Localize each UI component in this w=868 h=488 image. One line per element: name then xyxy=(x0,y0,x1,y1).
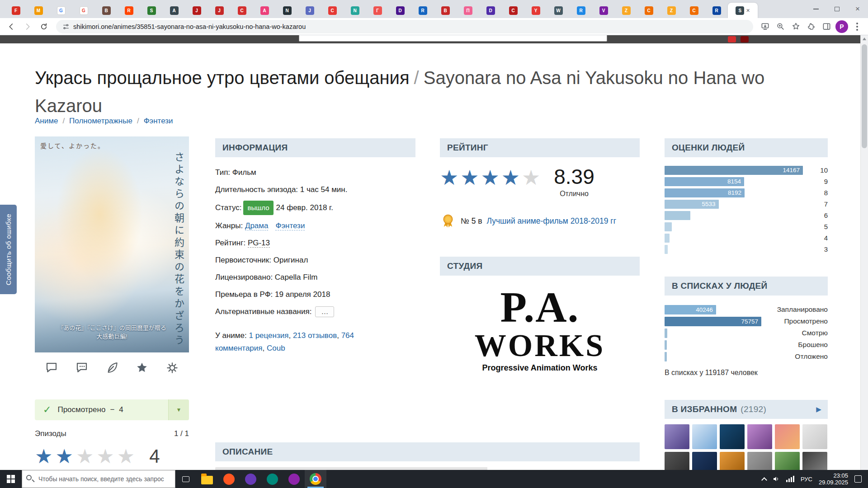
taskbar-app-teal[interactable] xyxy=(261,470,283,488)
rating-star-icon[interactable]: ★ xyxy=(522,165,542,190)
user-star-icon[interactable]: ★ xyxy=(76,445,96,468)
browser-tab[interactable]: A xyxy=(253,3,276,18)
taskbar-app-tor[interactable] xyxy=(240,470,261,488)
browser-tab[interactable]: C xyxy=(637,3,660,18)
extensions-button[interactable] xyxy=(804,19,818,34)
menu-button[interactable] xyxy=(850,19,864,34)
browser-tab[interactable]: C xyxy=(231,3,253,18)
score-bar[interactable]: 8192 xyxy=(665,188,745,197)
task-view-button[interactable] xyxy=(175,470,196,488)
report-error-tab[interactable]: Сообщить об ошибке xyxy=(0,205,17,294)
about-link[interactable]: 1 рецензия xyxy=(249,331,288,340)
taskbar-app-chrome[interactable] xyxy=(305,470,326,488)
browser-tab[interactable]: R xyxy=(118,3,140,18)
favorite-avatar[interactable] xyxy=(720,424,745,449)
scrollbar-thumb[interactable] xyxy=(862,44,867,148)
favorite-avatar[interactable] xyxy=(692,424,717,449)
score-bar[interactable] xyxy=(665,211,690,220)
browser-tab[interactable]: F xyxy=(5,3,27,18)
browser-tab[interactable]: C xyxy=(321,3,344,18)
breadcrumb-link[interactable]: Полнометражные xyxy=(69,117,132,126)
browser-tab[interactable]: Z xyxy=(615,3,637,18)
age-rating-value[interactable]: PG-13 xyxy=(248,239,270,248)
favorite-avatar[interactable] xyxy=(665,424,689,449)
minimize-button[interactable] xyxy=(806,0,826,18)
studio-logo[interactable]: P.A. WORKS Progressive Animation Works xyxy=(440,286,640,373)
language-indicator[interactable]: РУС xyxy=(801,476,812,483)
browser-tab[interactable]: W xyxy=(547,3,570,18)
browser-tab[interactable]: N xyxy=(276,3,298,18)
back-button[interactable] xyxy=(4,19,19,34)
browser-tab[interactable]: Г xyxy=(366,3,389,18)
start-button[interactable] xyxy=(0,470,22,488)
favorite-avatar[interactable] xyxy=(720,452,745,470)
browser-tab[interactable]: П xyxy=(457,3,479,18)
watched-status-button[interactable]: ✓ Просмотрено − 4 ▼ xyxy=(35,399,189,420)
favorite-avatar[interactable] xyxy=(775,424,800,449)
close-button[interactable]: × xyxy=(847,0,868,18)
favorite-avatar[interactable] xyxy=(665,452,689,470)
install-button[interactable] xyxy=(758,19,772,34)
browser-tab[interactable]: J xyxy=(208,3,231,18)
tray-expand-icon[interactable] xyxy=(761,477,767,483)
settings-button[interactable] xyxy=(165,361,179,375)
browser-tab[interactable]: N xyxy=(344,3,366,18)
volume-icon[interactable] xyxy=(773,475,780,483)
reload-button[interactable] xyxy=(36,19,52,34)
favorite-avatar[interactable] xyxy=(802,424,827,449)
user-star-icon[interactable]: ★ xyxy=(117,445,137,468)
rating-star-icon[interactable]: ★ xyxy=(481,165,501,190)
browser-tab[interactable]: G xyxy=(50,3,72,18)
browser-tab[interactable]: R xyxy=(570,3,592,18)
maximize-button[interactable] xyxy=(826,0,847,18)
zoom-button[interactable] xyxy=(773,19,788,34)
score-bar[interactable] xyxy=(665,245,668,254)
browser-tab[interactable]: C xyxy=(502,3,524,18)
favorite-button[interactable] xyxy=(135,361,149,375)
browser-tab[interactable]: B xyxy=(434,3,457,18)
favorite-avatar[interactable] xyxy=(802,452,827,470)
favorites-expand-button[interactable]: ▶ xyxy=(816,405,821,413)
browser-tab[interactable]: M xyxy=(27,3,50,18)
list-bar[interactable] xyxy=(665,328,667,338)
browser-tab[interactable]: D xyxy=(389,3,411,18)
list-bar[interactable]: 75757 xyxy=(665,317,761,326)
status-dropdown-button[interactable]: ▼ xyxy=(168,399,189,420)
browser-tab[interactable]: J xyxy=(298,3,321,18)
about-link[interactable]: 213 отзывов xyxy=(293,331,337,340)
favorite-avatar[interactable] xyxy=(775,452,800,470)
list-bar[interactable] xyxy=(665,340,667,350)
browser-tab[interactable]: B xyxy=(95,3,118,18)
favorite-avatar[interactable] xyxy=(747,452,772,470)
poster-image[interactable]: 愛して、よかった。 さよならの朝に約束の花をかざろう 『あの花』『ここさけ』の岡… xyxy=(35,136,189,352)
comments-button[interactable] xyxy=(45,361,58,375)
site-search-input[interactable] xyxy=(299,35,607,42)
user-star-icon[interactable]: ★ xyxy=(35,445,55,468)
browser-tab[interactable]: G xyxy=(72,3,95,18)
breadcrumb-link[interactable]: Фэнтези xyxy=(144,117,173,126)
page-scrollbar[interactable] xyxy=(860,35,868,470)
profile-button[interactable]: P xyxy=(835,19,849,34)
score-bar[interactable] xyxy=(665,234,670,243)
list-bar[interactable] xyxy=(665,352,667,361)
browser-tab[interactable]: R xyxy=(705,3,728,18)
browser-tab[interactable]: C xyxy=(683,3,705,18)
clock[interactable]: 23:05 29.09.2025 xyxy=(819,472,848,486)
taskbar-app-media[interactable] xyxy=(283,470,305,488)
browser-tab[interactable]: S xyxy=(140,3,163,18)
browser-tab[interactable]: D xyxy=(479,3,502,18)
user-star-icon[interactable]: ★ xyxy=(55,445,75,468)
site-info-icon[interactable] xyxy=(62,23,70,30)
rank-link[interactable]: Лучший аниме-фильм 2018-2019 гг xyxy=(487,216,616,226)
user-star-icon[interactable]: ★ xyxy=(96,445,117,468)
score-bar[interactable] xyxy=(665,222,672,231)
rating-star-icon[interactable]: ★ xyxy=(440,165,460,190)
browser-tab[interactable]: J xyxy=(185,3,208,18)
browser-tab[interactable]: Y xyxy=(524,3,547,18)
taskbar-search-input[interactable] xyxy=(22,470,175,488)
list-bar[interactable]: 40246 xyxy=(665,305,716,314)
side-panel-button[interactable] xyxy=(819,19,834,34)
browser-tab[interactable]: R xyxy=(411,3,434,18)
rating-star-icon[interactable]: ★ xyxy=(460,165,481,190)
alt-names-expand-button[interactable]: … xyxy=(315,306,334,317)
